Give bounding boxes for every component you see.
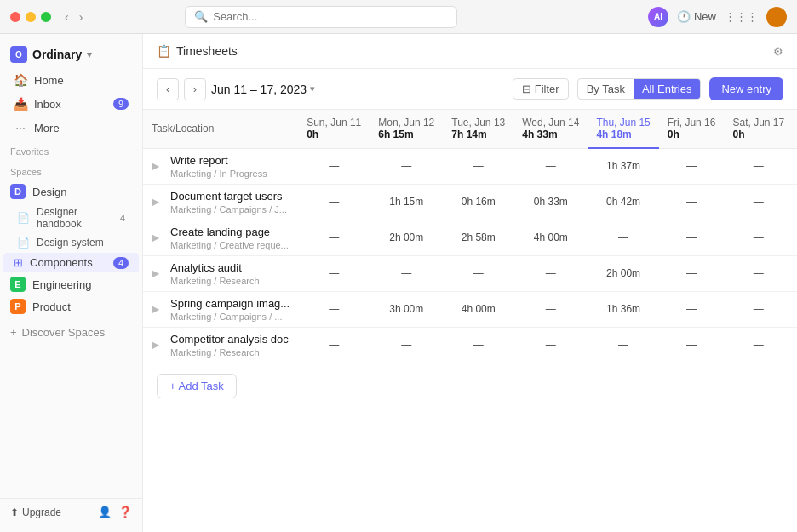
sidebar-item-design[interactable]: D Design xyxy=(0,180,142,203)
doc-icon: 📄 xyxy=(17,212,30,224)
col-thu-header: Thu, Jun 15 4h 18m xyxy=(588,110,658,148)
maximize-traffic-light[interactable] xyxy=(41,12,51,22)
add-task-button[interactable]: + Add Task xyxy=(157,374,237,398)
time-cell-tue[interactable]: 0h 16m xyxy=(443,184,513,220)
back-button[interactable]: ‹ xyxy=(61,9,72,26)
sidebar-item-engineering[interactable]: E Engineering xyxy=(0,273,142,295)
top-right-controls: AI 🕐 New ⋮⋮⋮ xyxy=(648,7,787,27)
col-task-header: Task/Location xyxy=(143,110,298,148)
minimize-traffic-light[interactable] xyxy=(26,12,36,22)
timesheets-icon: 📋 xyxy=(157,44,171,58)
thu-label: Thu, Jun 15 xyxy=(596,117,650,129)
sidebar-item-product[interactable]: P Product xyxy=(0,295,142,317)
time-cell-thu[interactable]: 0h 42m xyxy=(588,184,658,220)
time-cell-thu: — xyxy=(588,327,658,363)
expand-icon[interactable]: ▶ xyxy=(152,339,165,351)
sidebar-item-design-system[interactable]: 📄 Design system xyxy=(0,233,142,252)
page-title: Timesheets xyxy=(176,44,238,58)
col-sat-header: Sat, Jun 17 0h xyxy=(724,110,793,148)
expand-icon[interactable]: ▶ xyxy=(152,232,165,243)
sidebar-item-home[interactable]: 🏠 Home xyxy=(3,69,139,91)
expand-icon[interactable]: ▶ xyxy=(152,160,165,172)
tue-total: 7h 14m xyxy=(451,129,505,140)
col-mon-header: Mon, Jun 12 6h 15m xyxy=(370,110,443,148)
sidebar-item-components[interactable]: ⊞ Components 4 xyxy=(3,253,139,272)
wed-label: Wed, Jun 14 xyxy=(522,117,579,129)
time-cell-thu[interactable]: 1h 36m xyxy=(588,291,658,327)
new-button[interactable]: 🕐 New xyxy=(677,10,716,23)
footer-icons: 👤 ❓ xyxy=(98,506,132,518)
time-cell-mon[interactable]: 3h 00m xyxy=(370,291,443,327)
expand-icon[interactable]: ▶ xyxy=(152,303,165,315)
time-cell-wed[interactable]: 4h 00m xyxy=(513,220,588,255)
content-area: 📋 Timesheets ⚙ ‹ › Jun 11 – 17, 2023 ▾ ⊟… xyxy=(143,34,797,532)
wed-total: 4h 33m xyxy=(522,129,579,140)
expand-icon[interactable]: ▶ xyxy=(152,267,165,279)
components-badge: 4 xyxy=(113,257,129,269)
time-cell-mon[interactable]: 2h 00m xyxy=(370,220,443,255)
time-cell-wed[interactable]: 0h 33m xyxy=(513,184,588,220)
sidebar: O Ordinary ▾ 🏠 Home 📥 Inbox 9 ··· More F… xyxy=(0,34,143,532)
table-row: ▶ Create landing page Marketing / Creati… xyxy=(143,220,797,255)
design-system-label: Design system xyxy=(37,237,104,249)
time-cell-mon[interactable]: 1h 15m xyxy=(370,184,443,220)
page-title-area: 📋 Timesheets xyxy=(157,44,238,58)
grid-icon[interactable]: ⋮⋮⋮ xyxy=(725,10,758,23)
time-cell-thu[interactable]: 1h 37m xyxy=(588,148,658,184)
spaces-section-label: Spaces xyxy=(0,160,142,180)
sidebar-item-more[interactable]: ··· More xyxy=(3,117,139,139)
ai-button[interactable]: AI xyxy=(648,7,668,27)
total-cell: 10h 36m xyxy=(793,291,797,327)
search-input[interactable] xyxy=(213,10,448,23)
col-total-header: Total 24h 19m xyxy=(793,110,797,148)
close-traffic-light[interactable] xyxy=(10,12,20,22)
prev-week-button[interactable]: ‹ xyxy=(157,78,179,100)
time-cell-tue[interactable]: 2h 58m xyxy=(443,220,513,255)
time-cell-tue[interactable]: 4h 00m xyxy=(443,291,513,327)
next-week-button[interactable]: › xyxy=(184,78,206,100)
task-name: Write report xyxy=(170,154,267,167)
time-cell-sun: — xyxy=(298,291,370,327)
time-cell-sun: — xyxy=(298,255,370,291)
settings-icon[interactable]: ⚙ xyxy=(773,45,783,58)
table-row: ▶ Competitor analysis doc Marketing / Re… xyxy=(143,327,797,363)
time-cell-sat: — xyxy=(724,291,793,327)
forward-button[interactable]: › xyxy=(76,9,87,26)
upgrade-button[interactable]: ⬆ Upgrade xyxy=(10,506,89,518)
expand-icon[interactable]: ▶ xyxy=(152,196,165,208)
all-entries-button[interactable]: All Entries xyxy=(634,79,701,99)
task-name: Analytics audit xyxy=(170,261,260,274)
sidebar-item-designer-handbook[interactable]: 📄 Designer handbook 4 xyxy=(0,203,142,233)
date-range-text: Jun 11 – 17, 2023 xyxy=(211,83,307,96)
discover-spaces[interactable]: + Discover Spaces xyxy=(0,321,142,344)
by-task-button[interactable]: By Task xyxy=(578,79,634,99)
new-entry-button[interactable]: New entry xyxy=(709,77,783,100)
timesheet-table: Task/Location Sun, Jun 11 0h Mon, Jun 12… xyxy=(143,110,797,363)
time-cell-sat: — xyxy=(724,327,793,363)
time-cell-wed: — xyxy=(513,291,588,327)
mon-total: 6h 15m xyxy=(378,129,434,140)
avatar[interactable] xyxy=(766,7,787,27)
help-icon[interactable]: ❓ xyxy=(118,506,132,518)
task-location: Marketing / Creative reque... xyxy=(170,240,289,250)
fri-total: 0h xyxy=(668,129,716,140)
sidebar-item-inbox[interactable]: 📥 Inbox 9 xyxy=(3,93,139,115)
time-cell-fri: — xyxy=(659,327,725,363)
task-location: Marketing / Research xyxy=(170,347,289,358)
time-cell-thu[interactable]: 2h 00m xyxy=(588,255,658,291)
chevron-down-icon: ▾ xyxy=(310,83,315,94)
table-row: ▶ Analytics audit Marketing / Research —… xyxy=(143,255,797,291)
content-header: 📋 Timesheets ⚙ xyxy=(143,34,797,69)
workspace-selector[interactable]: O Ordinary ▾ xyxy=(0,41,142,68)
filter-button[interactable]: ⊟ Filter xyxy=(513,78,569,100)
date-range-display[interactable]: Jun 11 – 17, 2023 ▾ xyxy=(211,83,315,96)
time-cell-fri: — xyxy=(659,291,725,327)
table-row: ▶ Spring campaign imag... Marketing / Ca… xyxy=(143,291,797,327)
design-label: Design xyxy=(32,186,66,198)
sidebar-footer: ⬆ Upgrade 👤 ❓ xyxy=(0,498,142,525)
time-cell-mon: — xyxy=(370,255,443,291)
inbox-badge: 9 xyxy=(113,98,129,110)
col-tue-header: Tue, Jun 13 7h 14m xyxy=(443,110,513,148)
search-bar[interactable]: 🔍 xyxy=(185,6,457,28)
user-icon[interactable]: 👤 xyxy=(98,506,112,518)
